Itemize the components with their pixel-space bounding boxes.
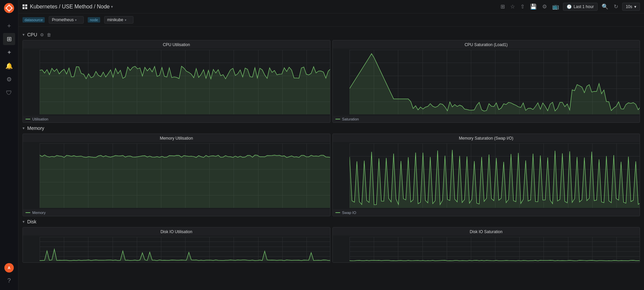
disk-collapse-icon: ▾ [23, 219, 25, 224]
share-icon[interactable]: ⇧ [519, 2, 526, 11]
memory-saturation-panel: Memory Saturation (Swap I/O) Swap IO [332, 134, 640, 216]
memory-section-header[interactable]: ▾ Memory [23, 125, 640, 131]
sidebar-bottom: A ? [3, 263, 15, 287]
memory-saturation-legend-line [335, 212, 340, 213]
sidebar-item-shield[interactable]: 🛡 [3, 87, 15, 99]
sidebar-item-configuration[interactable]: ⚙ [3, 73, 15, 85]
user-avatar[interactable]: A [4, 263, 14, 273]
refresh-interval-button[interactable]: 10s ▾ [622, 3, 640, 11]
dashboard-title: Kubernetes / USE Method / Node ▾ [23, 4, 113, 10]
sidebar-item-explore[interactable]: ✦ [3, 46, 15, 59]
save-icon[interactable]: 💾 [529, 2, 538, 11]
disk-io-saturation-chart [333, 235, 640, 262]
disk-io-saturation-panel: Disk IO Saturation [332, 227, 640, 263]
node-select[interactable]: minikube ▾ [104, 16, 133, 24]
variable-bar: datasource Prometheus ▾ node minikube ▾ [18, 13, 644, 27]
sidebar: ＋ ⊞ ✦ 🔔 ⚙ 🛡 A ? [0, 0, 18, 290]
disk-io-utilisation-panel: Disk IO Utilisation [23, 227, 330, 263]
cpu-collapse-icon: ▾ [23, 32, 25, 37]
cpu-panel-row: CPU Utilisation Utilisation CPU Saturati… [23, 40, 640, 123]
memory-section-title: Memory [27, 125, 44, 131]
cpu-utilisation-canvas [40, 50, 330, 114]
cpu-settings-icon[interactable]: ⚙ [40, 32, 44, 37]
disk-panel-row: Disk IO Utilisation Disk IO Saturation [23, 227, 640, 263]
disk-io-utilisation-canvas [40, 237, 330, 261]
disk-io-utilisation-chart [23, 235, 330, 262]
cpu-utilisation-legend-label: Utilisation [32, 117, 48, 121]
main-content: Kubernetes / USE Method / Node ▾ ⊞ ☆ ⇧ 💾… [18, 0, 644, 290]
time-range-button[interactable]: 🕐 Last 1 hour [563, 3, 598, 11]
cpu-saturation-legend-label: Saturation [342, 117, 359, 121]
dashboard-content: ▾ CPU ⚙ 🗑 CPU Utilisation Utilisation CP… [18, 27, 644, 290]
memory-saturation-legend: Swap IO [333, 209, 640, 216]
datasource-value: Prometheus [52, 17, 74, 22]
cpu-section-title: CPU [27, 32, 37, 37]
grid-icon [23, 4, 27, 9]
refresh-icon[interactable]: ↻ [612, 2, 619, 11]
sidebar-item-add[interactable]: ＋ [3, 20, 15, 32]
cpu-saturation-panel: CPU Saturation (Load1) Saturation [332, 40, 640, 123]
memory-utilisation-panel: Memory Utilisation Memory [23, 134, 330, 216]
memory-utilisation-title: Memory Utilisation [23, 134, 330, 142]
datasource-label: datasource [23, 17, 45, 23]
cpu-saturation-legend-line [335, 119, 340, 119]
memory-panel-row: Memory Utilisation Memory Memory Saturat… [23, 134, 640, 216]
cpu-section-header[interactable]: ▾ CPU ⚙ 🗑 [23, 32, 640, 37]
cpu-utilisation-legend-line [26, 119, 30, 119]
clock-icon: 🕐 [567, 4, 572, 9]
memory-saturation-legend-label: Swap IO [342, 211, 356, 215]
cpu-saturation-canvas [350, 50, 640, 114]
sidebar-item-help[interactable]: ? [3, 275, 15, 287]
disk-io-saturation-canvas [350, 237, 640, 261]
memory-saturation-canvas [350, 143, 640, 208]
disk-io-saturation-title: Disk IO Saturation [333, 227, 640, 235]
memory-saturation-title: Memory Saturation (Swap I/O) [333, 134, 640, 142]
cpu-utilisation-title: CPU Utilisation [23, 40, 330, 48]
tv-icon[interactable]: 📺 [551, 2, 560, 11]
memory-utilisation-legend: Memory [23, 209, 330, 216]
datasource-caret: ▾ [75, 18, 77, 22]
panel-view-icon[interactable]: ⊞ [499, 2, 506, 11]
cpu-utilisation-legend: Utilisation [23, 116, 330, 122]
datasource-select[interactable]: Prometheus ▾ [49, 16, 84, 24]
cpu-utilisation-chart [23, 48, 330, 116]
sidebar-item-alerting[interactable]: 🔔 [3, 60, 15, 72]
refresh-caret: ▾ [634, 4, 636, 9]
memory-utilisation-chart [23, 142, 330, 209]
topbar-right: ⊞ ☆ ⇧ 💾 ⚙ 📺 🕐 Last 1 hour 🔍 ↻ 10s ▾ [499, 2, 640, 11]
topbar-left: Kubernetes / USE Method / Node ▾ [23, 4, 113, 10]
disk-section-title: Disk [27, 219, 36, 224]
cpu-utilisation-panel: CPU Utilisation Utilisation [23, 40, 330, 123]
breadcrumb-text: Kubernetes / USE Method / Node [30, 4, 110, 10]
node-value: minikube [107, 17, 123, 22]
memory-utilisation-legend-line [26, 212, 30, 213]
zoom-out-icon[interactable]: 🔍 [600, 2, 610, 11]
memory-collapse-icon: ▾ [23, 126, 25, 131]
title-caret[interactable]: ▾ [111, 4, 113, 9]
refresh-interval-label: 10s [626, 4, 632, 9]
memory-utilisation-canvas [40, 143, 330, 208]
node-label: node [88, 17, 100, 23]
memory-saturation-chart [333, 142, 640, 209]
cpu-saturation-legend: Saturation [333, 116, 640, 122]
grafana-logo[interactable] [4, 3, 14, 13]
cpu-saturation-chart [333, 48, 640, 116]
cpu-trash-icon[interactable]: 🗑 [47, 32, 51, 37]
memory-utilisation-legend-label: Memory [32, 211, 46, 215]
disk-section-header[interactable]: ▾ Disk [23, 219, 640, 224]
cpu-saturation-title: CPU Saturation (Load1) [333, 40, 640, 48]
disk-io-utilisation-title: Disk IO Utilisation [23, 227, 330, 235]
star-icon[interactable]: ☆ [509, 2, 516, 11]
node-caret: ▾ [125, 18, 126, 22]
time-range-label: Last 1 hour [574, 4, 594, 9]
sidebar-item-dashboards[interactable]: ⊞ [3, 33, 15, 45]
settings-icon[interactable]: ⚙ [541, 2, 548, 11]
topbar: Kubernetes / USE Method / Node ▾ ⊞ ☆ ⇧ 💾… [18, 0, 644, 13]
